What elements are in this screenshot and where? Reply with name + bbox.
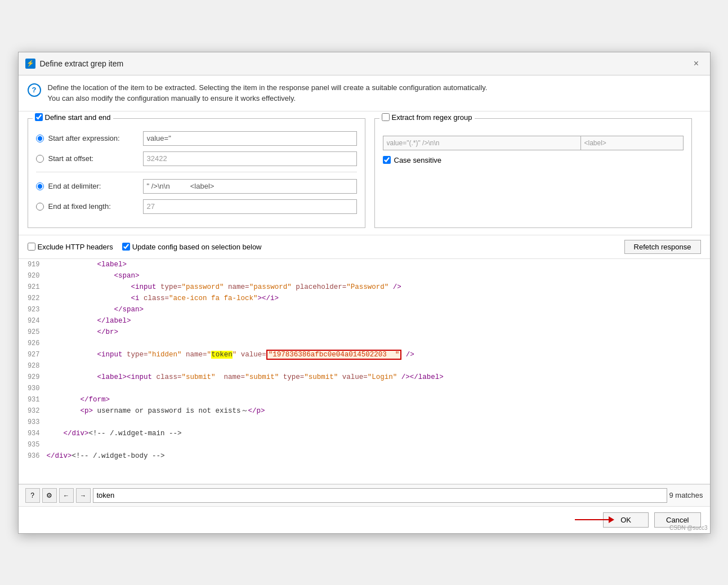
case-sensitive-row: Case sensitive [383,156,684,164]
app-icon: ⚡ [25,59,35,69]
code-line-924: 924 </label> [19,315,710,327]
extract-regex-label: Extract from regex group [392,113,472,122]
code-line-930: 930 [19,383,710,394]
case-sensitive-checkbox[interactable] [383,156,391,164]
start-after-expression-row: Start after expression: value=" [36,131,357,146]
options-bar: Exclude HTTP headers Update config based… [19,235,710,259]
code-line-934: 934 </div><!-- /.widget-main --> [19,428,710,439]
arrow-line [575,519,609,520]
case-sensitive-label: Case sensitive [394,156,442,164]
action-bar: OK Cancel CSDN @succ3 [19,506,710,533]
extract-regex-section: Extract from regex group value="(.*)" />… [374,118,692,228]
code-line-929: 929 <label><input class="submit" name="s… [19,372,710,383]
refetch-response-button[interactable]: Refetch response [624,240,701,254]
code-line-923: 923 </span> [19,304,710,315]
exclude-http-headers-label[interactable]: Exclude HTTP headers [28,243,113,251]
start-after-expression-radio[interactable] [36,135,44,142]
matches-count: 9 matches [669,491,703,499]
radio-group-start: Start after expression: value=" Start at… [36,131,357,166]
exclude-http-headers-checkbox[interactable] [28,243,35,251]
code-line-933: 933 [19,417,710,428]
dialog-title: Define extract grep item [40,59,124,68]
code-line-925: 925 </br> [19,327,710,338]
config-area: Define start and end Start after express… [19,111,710,235]
section-legend-left: Define start and end [33,113,113,122]
define-start-end-checkbox[interactable] [35,113,43,121]
prev-match-button[interactable]: ← [59,488,74,503]
code-line-928: 928 [19,360,710,372]
code-line-927: 927 <input type="hidden" name="token" va… [19,349,710,360]
arrow-head [609,516,614,523]
extract-regex-checkbox[interactable] [382,113,390,121]
code-line-936: 936 </div><!-- /.widget-body --> [19,450,710,462]
watermark: CSDN @succ3 [669,525,707,531]
help-icon-button[interactable]: ? [25,488,40,503]
end-at-delimiter-input[interactable]: " />\n\n <label> [143,179,357,194]
info-line2: You can also modify the configuration ma… [48,93,488,104]
code-line-919: 919 <label> [19,259,710,270]
code-line-920: 920 <span> [19,270,710,282]
code-line-935: 935 [19,439,710,450]
end-at-delimiter-radio[interactable] [36,182,44,190]
regex-group-input[interactable]: <label> [581,136,684,150]
radio-group-end: End at delimiter: " />\n\n <label> End a… [36,179,357,214]
start-at-offset-input[interactable]: 32422 [143,151,357,166]
start-at-offset-row: Start at offset: 32422 [36,151,357,166]
code-line-926: 926 [19,338,710,349]
code-line-922: 922 <i class="ace-icon fa fa-lock"></i> [19,293,710,304]
code-view[interactable]: 919 <label> 920 <span> 921 <input type="… [19,259,710,484]
regex-input-row: value="(.*)" />\n\n <label> [383,136,684,150]
dialog: ⚡ Define extract grep item × ? Define th… [18,52,711,534]
title-bar: ⚡ Define extract grep item × [19,52,710,75]
next-match-button[interactable]: → [76,488,91,503]
code-line-932: 932 <p> username or password is not exis… [19,405,710,417]
start-after-expression-label: Start after expression: [48,134,139,142]
end-at-fixed-length-row: End at fixed length: 27 [36,199,357,214]
update-config-checkbox[interactable] [122,243,130,251]
arrow-indicator [575,516,614,523]
define-start-end-label: Define start and end [45,113,111,122]
code-line-921: 921 <input type="password" name="passwor… [19,282,710,293]
info-icon: ? [28,83,41,97]
update-config-label[interactable]: Update config based on selection below [122,243,262,251]
search-input[interactable]: token [93,488,667,503]
section-legend-right: Extract from regex group [379,113,475,122]
exclude-http-headers-text: Exclude HTTP headers [38,243,113,251]
define-start-end-checkbox-label[interactable]: Define start and end [35,113,111,122]
code-line-931: 931 </form> [19,394,710,405]
search-bar: ? ⚙ ← → token 9 matches [19,484,710,506]
start-at-offset-radio[interactable] [36,155,44,163]
end-at-fixed-length-label: End at fixed length: [48,202,139,211]
start-after-expression-input[interactable]: value=" [143,131,357,146]
start-at-offset-label: Start at offset: [48,154,139,163]
info-text: Define the location of the item to be ex… [48,82,488,104]
end-at-fixed-length-radio[interactable] [36,203,44,211]
info-section: ? Define the location of the item to be … [19,75,710,111]
settings-icon-button[interactable]: ⚙ [42,488,57,503]
end-at-delimiter-row: End at delimiter: " />\n\n <label> [36,179,357,194]
regex-pattern-input[interactable]: value="(.*)" />\n\n [383,136,581,150]
info-line1: Define the location of the item to be ex… [48,82,488,93]
title-bar-left: ⚡ Define extract grep item [25,59,124,69]
end-at-fixed-length-input[interactable]: 27 [143,199,357,214]
define-start-end-section: Define start and end Start after express… [28,118,365,228]
end-at-delimiter-label: End at delimiter: [48,182,139,190]
close-button[interactable]: × [690,57,703,70]
update-config-text: Update config based on selection below [132,243,262,251]
extract-regex-checkbox-label[interactable]: Extract from regex group [382,113,472,122]
